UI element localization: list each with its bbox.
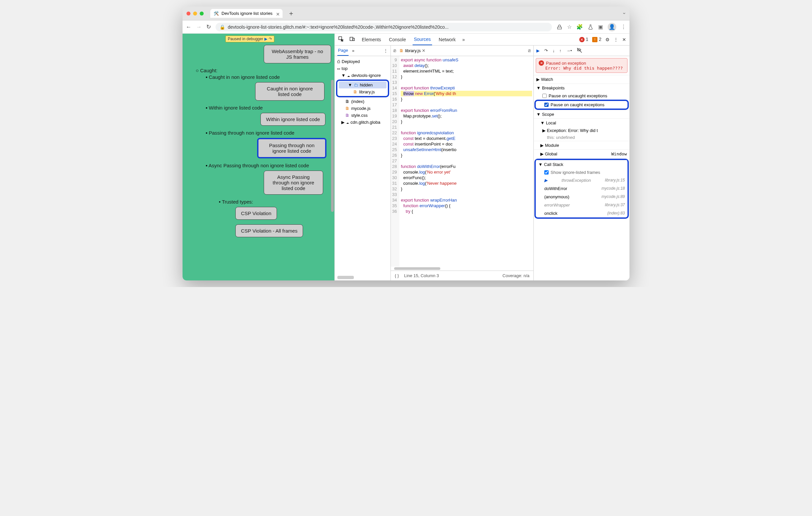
file-tab-close-icon[interactable]: ✕ <box>422 48 426 53</box>
call-stack-frame[interactable]: (anonymous)mycode.js:89 <box>536 193 628 201</box>
window-close[interactable] <box>186 11 191 16</box>
error-count[interactable]: ✕ 1 <box>579 37 588 42</box>
toggle-navigator-icon[interactable]: ⎚ <box>394 48 396 53</box>
caught-non-ignore-button[interactable]: Caught in non ignore listed code <box>255 82 324 101</box>
window-zoom[interactable] <box>200 11 204 16</box>
call-stack-frame[interactable]: ▶ throwExceptionlibrary.js:15 <box>536 176 628 184</box>
call-stack-frame[interactable]: onclick(index):83 <box>536 209 628 217</box>
navigator-tab-page[interactable]: Page <box>337 45 349 56</box>
lock-icon: 🔒 <box>220 24 225 30</box>
watch-section[interactable]: ▶Watch <box>534 75 630 84</box>
url-text: devtools-ignore-list-stories.glitch.me/#… <box>228 24 448 30</box>
window-icon[interactable]: ▣ <box>598 24 603 30</box>
scope-section[interactable]: ▼Scope <box>534 110 630 118</box>
settings-icon[interactable]: ⚙ <box>605 37 610 42</box>
address-bar[interactable]: 🔒 devtools-ignore-list-stories.glitch.me… <box>215 23 552 31</box>
show-ignore-listed-checkbox[interactable]: Show ignore-listed frames <box>536 169 628 176</box>
csp-violation-all-button[interactable]: CSP Violation - All frames <box>235 224 303 237</box>
passing-through-button[interactable]: Passing through non ignore listed code <box>257 138 326 158</box>
disclosure-open-icon: ▼ <box>539 162 543 167</box>
nav-hidden-folder[interactable]: ▼🗀hidden <box>339 82 386 88</box>
tab-favicon: 🛠️ <box>213 11 219 16</box>
deactivate-breakpoints-icon[interactable] <box>577 48 582 54</box>
editor-scrollbar[interactable] <box>394 267 440 270</box>
device-toolbar-icon[interactable] <box>349 36 355 43</box>
navigator-more-icon[interactable]: » <box>352 48 354 53</box>
navigator-menu-icon[interactable]: ⋮ <box>383 48 388 53</box>
devtools-menu-icon[interactable]: ⋮ <box>614 37 618 42</box>
paused-in-debugger-overlay: Paused in debugger ▶ ↷ <box>226 36 274 42</box>
tab-console[interactable]: Console <box>387 34 407 45</box>
async-passing-button[interactable]: Async Passing through non ignore listed … <box>264 171 323 195</box>
pause-uncaught-checkbox[interactable]: Pause on uncaught exceptions <box>534 92 630 100</box>
profile-avatar[interactable]: 👤 <box>608 23 616 31</box>
wasm-trap-button[interactable]: WebAssembly trap - no JS frames <box>264 45 331 63</box>
cursor-position: Line 15, Column 3 <box>404 273 439 278</box>
page-scrollbar[interactable] <box>331 80 334 212</box>
call-stack-section[interactable]: ▼Call Stack <box>536 160 628 169</box>
file-tab-library[interactable]: 🗎 library.js ✕ <box>399 48 426 53</box>
nav-top[interactable]: ▭top <box>336 65 389 72</box>
nav-origin[interactable]: ▼☁devtools-ignore <box>336 72 389 79</box>
js-file-icon: 🗎 <box>345 106 350 111</box>
extensions-icon[interactable]: 🧩 <box>576 24 583 30</box>
resume-icon[interactable]: ▶ <box>536 48 540 53</box>
window-minimize[interactable] <box>193 11 197 16</box>
code-editor[interactable]: 9101112131415161718192021222324252627282… <box>391 56 533 267</box>
tabs-menu-icon[interactable]: › <box>622 12 628 14</box>
js-file-icon: 🗎 <box>399 48 404 53</box>
nav-mycode-js[interactable]: 🗎mycode.js <box>336 105 389 112</box>
scope-module[interactable]: ▶Module <box>534 141 630 149</box>
within-ignore-button[interactable]: Within ignore listed code <box>260 113 325 126</box>
scope-local[interactable]: ▼Local <box>534 118 630 127</box>
scope-global[interactable]: ▶ GlobalWindow <box>534 149 630 158</box>
nav-library-js[interactable]: 🗎library.js <box>339 88 386 95</box>
disclosure-open-icon: ▼ <box>341 73 346 78</box>
labs-icon[interactable] <box>587 24 593 30</box>
step-over-icon[interactable]: ↷ <box>269 37 272 41</box>
nav-deployed[interactable]: ⎙Deployed <box>336 58 389 65</box>
tab-title: DevTools ignore list stories <box>222 11 273 16</box>
disclosure-closed-icon: ▶ <box>540 151 545 156</box>
resume-icon[interactable]: ▶ <box>264 37 267 41</box>
step-out-icon[interactable]: ↑ <box>559 48 562 53</box>
warning-count[interactable]: ! 2 <box>592 37 601 42</box>
pause-caught-checkbox[interactable]: Pause on caught exceptions <box>536 101 628 109</box>
call-stack-frame[interactable]: doWithErrormycode.js:18 <box>536 184 628 193</box>
disclosure-closed-icon: ▶ <box>341 120 345 125</box>
navigator-scrollbar[interactable] <box>337 276 354 279</box>
gutter: 9101112131415161718192021222324252627282… <box>391 56 399 267</box>
csp-violation-button[interactable]: CSP Violation <box>235 207 277 220</box>
forward-button[interactable]: → <box>196 24 202 30</box>
back-button[interactable]: ← <box>186 24 192 30</box>
share-icon[interactable] <box>556 24 562 30</box>
nav-cdn[interactable]: ▶☁cdn.glitch.globa <box>336 119 389 126</box>
new-tab-button[interactable]: ＋ <box>288 9 294 18</box>
scope-this: this: undefined <box>534 134 630 141</box>
scope-exception[interactable]: ▶ Exception: Error: Why did t <box>534 127 630 134</box>
tab-sources[interactable]: Sources <box>413 34 432 45</box>
tab-network[interactable]: Network <box>437 34 457 45</box>
tab-close-icon[interactable]: ✕ <box>276 11 280 17</box>
call-stack-frame[interactable]: errorWrapperlibrary.js:37 <box>536 201 628 209</box>
more-tabs-icon[interactable]: » <box>462 37 465 42</box>
inspect-element-icon[interactable] <box>338 36 344 43</box>
breakpoints-section[interactable]: ▼Breakpoints <box>534 84 630 92</box>
nav-index[interactable]: 🗎(index) <box>336 98 389 105</box>
reload-button[interactable]: ↻ <box>206 24 211 30</box>
browser-menu-icon[interactable]: ⋮ <box>621 24 626 30</box>
nav-style-css[interactable]: 🗎style.css <box>336 112 389 119</box>
error-icon: ✕ <box>539 60 544 66</box>
devtools-close-icon[interactable]: ✕ <box>622 37 626 42</box>
step-over-icon[interactable]: ↷ <box>544 48 548 53</box>
step-icon[interactable]: →• <box>566 48 572 53</box>
bookmark-icon[interactable]: ☆ <box>567 24 572 30</box>
tab-elements[interactable]: Elements <box>360 34 382 45</box>
browser-tab[interactable]: 🛠️ DevTools ignore list stories ✕ <box>210 9 283 18</box>
disclosure-open-icon: ▼ <box>348 83 352 87</box>
step-into-icon[interactable]: ↓ <box>553 48 555 53</box>
toggle-sidebar-icon[interactable]: ⎚ <box>528 48 531 53</box>
css-file-icon: 🗎 <box>345 113 350 118</box>
deploy-icon: ⎙ <box>337 59 340 64</box>
pretty-print-icon[interactable]: { } <box>395 273 399 278</box>
